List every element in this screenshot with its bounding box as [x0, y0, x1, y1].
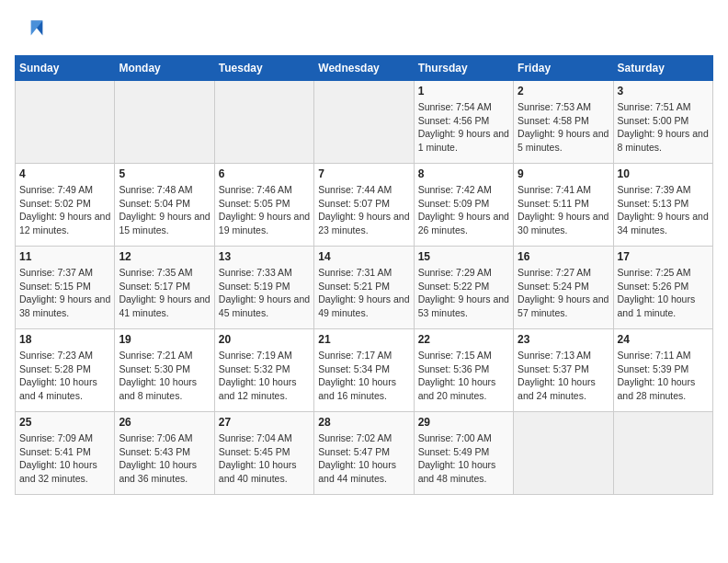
day-number: 15 [418, 250, 509, 263]
calendar-cell: 12Sunrise: 7:35 AMSunset: 5:17 PMDayligh… [115, 247, 214, 329]
day-number: 4 [19, 167, 110, 180]
day-info: Sunrise: 7:46 AMSunset: 5:05 PMDaylight:… [219, 183, 310, 237]
day-info: Sunrise: 7:13 AMSunset: 5:37 PMDaylight:… [518, 349, 609, 403]
day-number: 23 [518, 333, 609, 346]
day-number: 21 [318, 333, 409, 346]
day-info: Sunrise: 7:53 AMSunset: 4:58 PMDaylight:… [518, 100, 609, 155]
calendar-cell: 11Sunrise: 7:37 AMSunset: 5:15 PMDayligh… [16, 247, 115, 329]
column-header-saturday: Saturday [613, 56, 712, 81]
calendar-week-row: 11Sunrise: 7:37 AMSunset: 5:15 PMDayligh… [16, 247, 713, 329]
day-info: Sunrise: 7:04 AMSunset: 5:45 PMDaylight:… [219, 431, 310, 486]
calendar-cell [613, 412, 712, 495]
calendar-cell: 14Sunrise: 7:31 AMSunset: 5:21 PMDayligh… [314, 247, 414, 329]
day-number: 14 [318, 250, 409, 263]
calendar-cell: 4Sunrise: 7:49 AMSunset: 5:02 PMDaylight… [16, 164, 115, 247]
calendar-cell: 10Sunrise: 7:39 AMSunset: 5:13 PMDayligh… [613, 164, 712, 247]
calendar-cell: 6Sunrise: 7:46 AMSunset: 5:05 PMDaylight… [214, 164, 313, 247]
day-number: 2 [518, 85, 609, 98]
day-number: 24 [618, 333, 709, 346]
calendar-cell [16, 81, 115, 164]
day-info: Sunrise: 7:23 AMSunset: 5:28 PMDaylight:… [19, 349, 110, 403]
calendar-cell: 21Sunrise: 7:17 AMSunset: 5:34 PMDayligh… [314, 329, 414, 412]
day-info: Sunrise: 7:49 AMSunset: 5:02 PMDaylight:… [19, 183, 110, 237]
calendar-cell: 20Sunrise: 7:19 AMSunset: 5:32 PMDayligh… [214, 329, 313, 412]
day-info: Sunrise: 7:00 AMSunset: 5:49 PMDaylight:… [418, 431, 509, 486]
calendar-cell: 13Sunrise: 7:33 AMSunset: 5:19 PMDayligh… [214, 247, 313, 329]
day-number: 13 [219, 250, 310, 263]
calendar-cell: 25Sunrise: 7:09 AMSunset: 5:41 PMDayligh… [16, 412, 115, 495]
day-info: Sunrise: 7:33 AMSunset: 5:19 PMDaylight:… [219, 266, 310, 320]
column-header-friday: Friday [514, 56, 613, 81]
calendar-cell: 22Sunrise: 7:15 AMSunset: 5:36 PMDayligh… [414, 329, 513, 412]
day-number: 11 [19, 250, 110, 263]
calendar-cell: 28Sunrise: 7:02 AMSunset: 5:47 PMDayligh… [314, 412, 414, 495]
logo [15, 15, 44, 48]
day-info: Sunrise: 7:09 AMSunset: 5:41 PMDaylight:… [19, 431, 110, 486]
column-header-tuesday: Tuesday [214, 56, 313, 81]
day-number: 16 [518, 250, 609, 263]
calendar-week-row: 1Sunrise: 7:54 AMSunset: 4:56 PMDaylight… [16, 81, 713, 164]
day-info: Sunrise: 7:27 AMSunset: 5:24 PMDaylight:… [518, 266, 609, 320]
day-number: 28 [318, 416, 409, 429]
calendar-cell: 23Sunrise: 7:13 AMSunset: 5:37 PMDayligh… [514, 329, 613, 412]
day-info: Sunrise: 7:37 AMSunset: 5:15 PMDaylight:… [19, 266, 110, 320]
calendar-cell: 29Sunrise: 7:00 AMSunset: 5:49 PMDayligh… [414, 412, 513, 495]
day-info: Sunrise: 7:29 AMSunset: 5:22 PMDaylight:… [418, 266, 509, 320]
day-number: 27 [219, 416, 310, 429]
calendar-cell: 15Sunrise: 7:29 AMSunset: 5:22 PMDayligh… [414, 247, 513, 329]
calendar-table: SundayMondayTuesdayWednesdayThursdayFrid… [15, 55, 713, 495]
day-info: Sunrise: 7:06 AMSunset: 5:43 PMDaylight:… [119, 431, 210, 486]
day-number: 1 [418, 85, 509, 98]
calendar-cell: 18Sunrise: 7:23 AMSunset: 5:28 PMDayligh… [16, 329, 115, 412]
column-header-thursday: Thursday [414, 56, 513, 81]
page-header [15, 15, 713, 48]
day-number: 8 [418, 167, 509, 180]
day-info: Sunrise: 7:21 AMSunset: 5:30 PMDaylight:… [119, 349, 210, 403]
day-info: Sunrise: 7:17 AMSunset: 5:34 PMDaylight:… [318, 349, 409, 403]
day-info: Sunrise: 7:31 AMSunset: 5:21 PMDaylight:… [318, 266, 409, 320]
day-info: Sunrise: 7:42 AMSunset: 5:09 PMDaylight:… [418, 183, 509, 237]
day-info: Sunrise: 7:48 AMSunset: 5:04 PMDaylight:… [119, 183, 210, 237]
calendar-cell: 7Sunrise: 7:44 AMSunset: 5:07 PMDaylight… [314, 164, 414, 247]
day-info: Sunrise: 7:35 AMSunset: 5:17 PMDaylight:… [119, 266, 210, 320]
calendar-cell: 24Sunrise: 7:11 AMSunset: 5:39 PMDayligh… [613, 329, 712, 412]
calendar-cell: 17Sunrise: 7:25 AMSunset: 5:26 PMDayligh… [613, 247, 712, 329]
day-number: 9 [518, 167, 609, 180]
day-info: Sunrise: 7:11 AMSunset: 5:39 PMDaylight:… [618, 349, 709, 403]
calendar-cell: 8Sunrise: 7:42 AMSunset: 5:09 PMDaylight… [414, 164, 513, 247]
column-header-wednesday: Wednesday [314, 56, 414, 81]
calendar-cell: 19Sunrise: 7:21 AMSunset: 5:30 PMDayligh… [115, 329, 214, 412]
calendar-header-row: SundayMondayTuesdayWednesdayThursdayFrid… [16, 56, 713, 81]
day-info: Sunrise: 7:02 AMSunset: 5:47 PMDaylight:… [318, 431, 409, 486]
calendar-week-row: 4Sunrise: 7:49 AMSunset: 5:02 PMDaylight… [16, 164, 713, 247]
calendar-cell [214, 81, 313, 164]
day-info: Sunrise: 7:41 AMSunset: 5:11 PMDaylight:… [518, 183, 609, 237]
day-number: 18 [19, 333, 110, 346]
day-number: 5 [119, 167, 210, 180]
day-number: 10 [618, 167, 709, 180]
calendar-cell: 1Sunrise: 7:54 AMSunset: 4:56 PMDaylight… [414, 81, 513, 164]
day-number: 17 [618, 250, 709, 263]
day-number: 12 [119, 250, 210, 263]
calendar-cell [115, 81, 214, 164]
day-number: 3 [618, 85, 709, 98]
day-info: Sunrise: 7:44 AMSunset: 5:07 PMDaylight:… [318, 183, 409, 237]
day-number: 6 [219, 167, 310, 180]
day-number: 20 [219, 333, 310, 346]
calendar-week-row: 25Sunrise: 7:09 AMSunset: 5:41 PMDayligh… [16, 412, 713, 495]
calendar-week-row: 18Sunrise: 7:23 AMSunset: 5:28 PMDayligh… [16, 329, 713, 412]
day-number: 26 [119, 416, 210, 429]
calendar-cell: 3Sunrise: 7:51 AMSunset: 5:00 PMDaylight… [613, 81, 712, 164]
logo-icon [15, 15, 44, 44]
day-info: Sunrise: 7:19 AMSunset: 5:32 PMDaylight:… [219, 349, 310, 403]
day-number: 19 [119, 333, 210, 346]
calendar-cell: 16Sunrise: 7:27 AMSunset: 5:24 PMDayligh… [514, 247, 613, 329]
calendar-cell [314, 81, 414, 164]
day-info: Sunrise: 7:39 AMSunset: 5:13 PMDaylight:… [618, 183, 709, 237]
calendar-cell: 27Sunrise: 7:04 AMSunset: 5:45 PMDayligh… [214, 412, 313, 495]
day-info: Sunrise: 7:51 AMSunset: 5:00 PMDaylight:… [618, 100, 709, 155]
calendar-cell: 9Sunrise: 7:41 AMSunset: 5:11 PMDaylight… [514, 164, 613, 247]
column-header-monday: Monday [115, 56, 214, 81]
calendar-cell: 2Sunrise: 7:53 AMSunset: 4:58 PMDaylight… [514, 81, 613, 164]
day-number: 29 [418, 416, 509, 429]
